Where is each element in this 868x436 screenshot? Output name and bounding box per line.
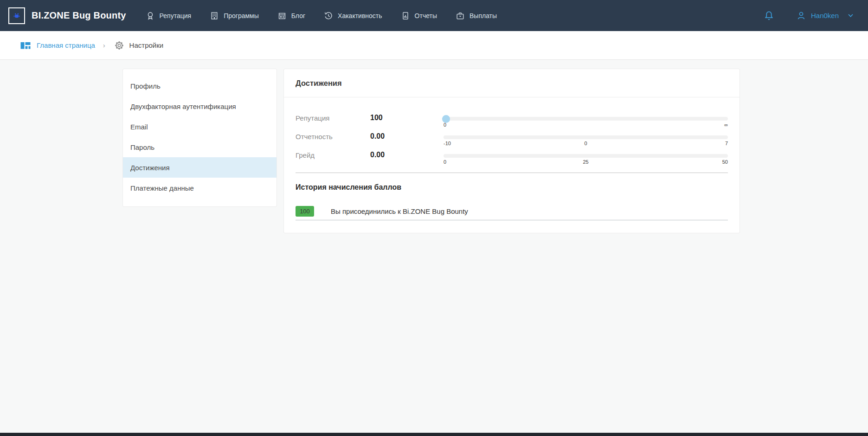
panel-title: Достижения [284, 69, 739, 97]
stat-value: 100 [370, 111, 444, 130]
points-badge: 100 [296, 206, 314, 217]
nav-item-blog[interactable]: Блог [277, 11, 305, 20]
stat-value: 0.00 [370, 148, 444, 167]
sidebar-item-achievements[interactable]: Достижения [123, 157, 276, 178]
tick-min: 0 [444, 159, 446, 165]
brand-logo[interactable]: BI.ZONE Bug Bounty [8, 7, 126, 24]
nav-label: Блог [291, 12, 305, 19]
slider-ticks: -10 0 7 [444, 141, 728, 147]
achievements-panel: Достижения Репутация 100 0 ∞ Отчетность [283, 69, 740, 233]
sidebar-item-label: Двухфакторная аутентификация [130, 103, 236, 110]
stat-row-grade: Грейд 0.00 0 25 50 [296, 148, 728, 167]
user-icon [796, 11, 806, 21]
dashboard-icon [20, 40, 31, 51]
tick-mid: 25 [583, 159, 588, 165]
stat-label: Грейд [296, 148, 370, 167]
newspaper-icon [277, 11, 287, 20]
nav-item-programs[interactable]: Программы [210, 11, 259, 20]
tick-min: 0 [444, 122, 446, 128]
nav-label: Хакактивность [338, 12, 382, 19]
slider-track [444, 117, 728, 121]
sidebar-item-password[interactable]: Пароль [123, 137, 276, 157]
nav-label: Программы [224, 12, 259, 19]
history-title: История начисления баллов [296, 183, 728, 192]
reporting-slider: -10 0 7 [444, 130, 728, 148]
sidebar-item-label: Email [130, 123, 148, 131]
content-area: Профиль Двухфакторная аутентификация Ema… [0, 60, 868, 233]
sidebar-item-label: Профиль [130, 82, 161, 90]
points-history-section: История начисления баллов 100 Вы присоед… [284, 183, 739, 233]
breadcrumb: Главная страница › Настройки [0, 31, 868, 60]
slider-ticks: 0 25 50 [444, 159, 728, 165]
tick-max: ∞ [724, 122, 728, 128]
slider-track [444, 135, 728, 139]
nav-item-reports[interactable]: Отчеты [401, 11, 437, 20]
nav-label: Отчеты [415, 12, 437, 19]
bottom-edge-strip [0, 433, 868, 436]
tick-max: 7 [725, 141, 728, 146]
tick-min: -10 [444, 141, 451, 146]
brand-title: BI.ZONE Bug Bounty [32, 10, 126, 21]
tick-max: 50 [722, 159, 728, 165]
stat-label: Отчетность [296, 130, 370, 148]
slider-track [444, 154, 728, 158]
report-icon [401, 11, 410, 20]
bug-logo-icon [8, 7, 25, 24]
briefcase-icon [456, 11, 465, 20]
sidebar-item-2fa[interactable]: Двухфакторная аутентификация [123, 96, 276, 116]
user-menu[interactable]: Han0ken [796, 11, 854, 21]
navbar-right: Han0ken [763, 10, 854, 21]
sidebar-item-payment-data[interactable]: Платежные данные [123, 178, 276, 198]
history-row: 100 Вы присоединились к Bi.ZONE Bug Boun… [296, 206, 728, 220]
stat-row-reporting: Отчетность 0.00 -10 0 7 [296, 130, 728, 148]
reputation-slider: 0 ∞ [444, 111, 728, 130]
chevron-down-icon [847, 12, 854, 19]
stat-value: 0.00 [370, 130, 444, 148]
sidebar-item-profile[interactable]: Профиль [123, 76, 276, 96]
breadcrumb-home-label: Главная страница [37, 41, 95, 49]
grade-slider: 0 25 50 [444, 148, 728, 167]
nav-item-reputation[interactable]: Репутация [146, 11, 192, 20]
nav-label: Репутация [160, 12, 192, 19]
medal-icon [146, 11, 155, 20]
sidebar-item-label: Платежные данные [130, 184, 194, 192]
nav-item-payouts[interactable]: Выплаты [456, 11, 497, 20]
sidebar-item-label: Достижения [130, 164, 170, 172]
stats-section: Репутация 100 0 ∞ Отчетность 0.00 [284, 97, 739, 167]
gear-icon [114, 40, 124, 51]
settings-sidebar: Профиль Двухфакторная аутентификация Ema… [122, 69, 277, 207]
sidebar-item-label: Пароль [130, 143, 154, 151]
slider-ticks: 0 ∞ [444, 122, 728, 128]
stat-row-reputation: Репутация 100 0 ∞ [296, 111, 728, 130]
breadcrumb-current: Настройки [114, 40, 164, 51]
stat-label: Репутация [296, 111, 370, 130]
nav-item-hackactivity[interactable]: Хакактивность [324, 11, 382, 20]
nav-label: Выплаты [469, 12, 497, 19]
breadcrumb-home-link[interactable]: Главная страница [20, 40, 95, 51]
top-navbar: BI.ZONE Bug Bounty Репутация [0, 0, 868, 31]
tick-mid: 0 [584, 141, 587, 146]
section-divider [296, 173, 728, 173]
main-menu: Репутация Программы [146, 11, 497, 20]
sidebar-item-email[interactable]: Email [123, 116, 276, 137]
user-name: Han0ken [811, 12, 839, 19]
history-text: Вы присоединились к Bi.ZONE Bug Bounty [331, 207, 468, 215]
breadcrumb-separator: › [103, 42, 105, 49]
breadcrumb-current-label: Настройки [129, 41, 164, 49]
notifications-bell-icon[interactable] [763, 10, 775, 21]
history-icon [324, 11, 333, 20]
building-icon [210, 11, 219, 20]
